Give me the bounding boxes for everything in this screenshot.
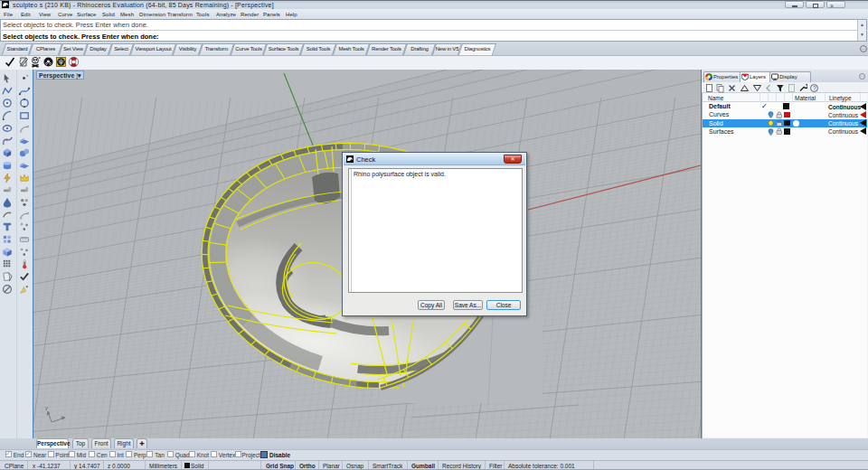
svg-text:y: y (45, 405, 48, 410)
svg-text:?: ? (813, 85, 816, 91)
